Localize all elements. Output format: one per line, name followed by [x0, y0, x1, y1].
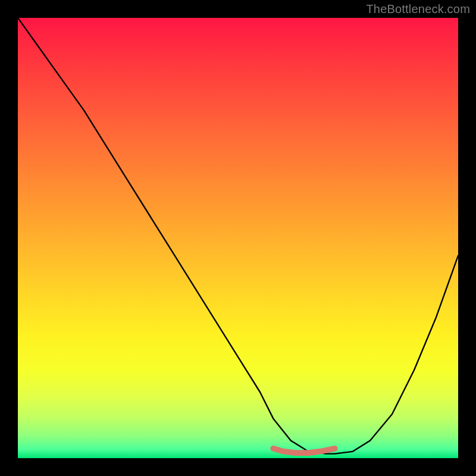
watermark-text: TheBottleneck.com: [366, 2, 470, 16]
curve-line: [18, 18, 458, 454]
chart-svg: [18, 18, 458, 458]
plot-area: [18, 18, 458, 458]
chart-frame: TheBottleneck.com: [0, 0, 476, 476]
